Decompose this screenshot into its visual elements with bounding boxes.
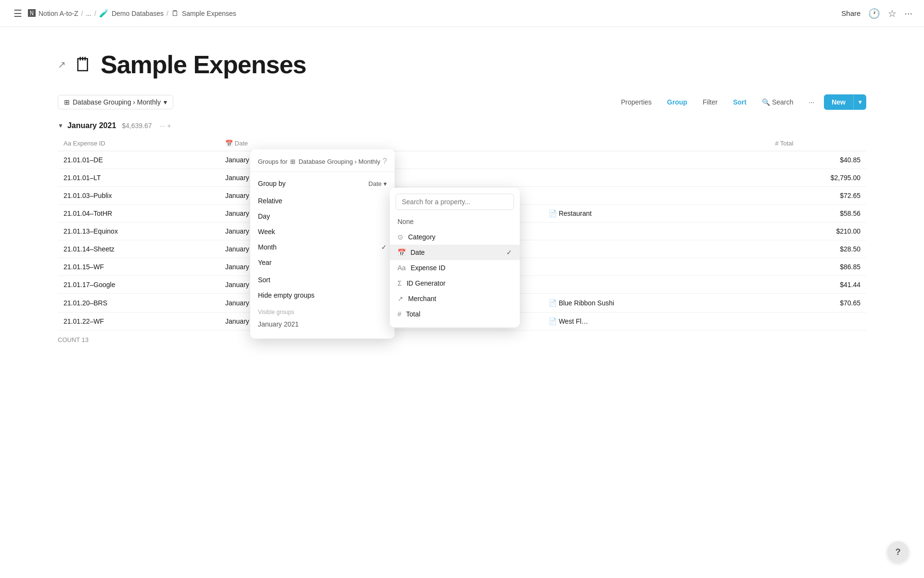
visible-group-jan2021[interactable]: January 2021 [250, 317, 395, 331]
demo-db-icon: 🧪 [99, 9, 109, 18]
page-icon: 🗒 [74, 54, 93, 76]
cell-total: $86.85 [769, 258, 866, 276]
sort-month-label: Month [258, 243, 277, 251]
sort-year[interactable]: Year [250, 255, 395, 270]
table-row[interactable]: 21.01.01–DE January 1, 2… $40.85 [58, 151, 866, 169]
filter-button[interactable]: Filter [697, 95, 723, 109]
prop-id-generator[interactable]: Σ ID Generator [390, 276, 520, 291]
prop-merchant[interactable]: ↗ Merchant [390, 291, 520, 306]
page-title-area: ↗ 🗒 Sample Expenses [58, 50, 866, 79]
prop-total-label: Total [406, 310, 421, 318]
hide-empty-label: Hide empty groups [258, 291, 315, 299]
prop-category[interactable]: ⊙ Category [390, 229, 520, 245]
chevron-down-icon: ▾ [164, 98, 167, 106]
cell-total: $72.65 [769, 187, 866, 205]
sort-row[interactable]: Sort [250, 272, 395, 288]
prop-none[interactable]: None [390, 214, 520, 229]
menu-icon[interactable]: ☰ [12, 6, 24, 21]
more-toolbar-icon[interactable]: ··· [803, 95, 821, 109]
prop-total[interactable]: # Total [390, 306, 520, 322]
total-icon: # [398, 310, 401, 318]
cell-expense-id: 21.01.20–BRS [58, 294, 219, 313]
help-bubble[interactable]: ? [887, 541, 909, 563]
merchant-value: 📄 West Fl… [549, 317, 588, 325]
sort-relative-label: Relative [258, 197, 282, 205]
sort-week-label: Week [258, 228, 275, 236]
table-icon: ⊞ [64, 98, 70, 106]
toolbar-right: Properties Group Filter Sort 🔍 Search ··… [615, 94, 866, 110]
prop-date[interactable]: 📅 Date ✓ [390, 245, 520, 260]
history-icon[interactable]: 🕐 [868, 8, 880, 19]
expense-id-icon: Aa [398, 264, 406, 272]
sort-options: Relative Day Week Month ✓ Year [250, 191, 395, 272]
cell-total: $2,795.00 [769, 169, 866, 187]
col-header-total: # Total [769, 136, 866, 151]
cell-expense-id: 21.01.04–TotHR [58, 205, 219, 223]
count-number: 13 [82, 336, 89, 343]
group-by-row[interactable]: Group by Date ▾ [250, 176, 395, 191]
breadcrumb-notion[interactable]: Notion A-to-Z [38, 10, 78, 17]
group-actions[interactable]: ··· + [160, 122, 171, 130]
table-row[interactable]: 21.01.01–LT January 1, 2… $2,795.00 [58, 169, 866, 187]
new-button[interactable]: New ▾ [824, 94, 866, 110]
hide-empty-row[interactable]: Hide empty groups [250, 288, 395, 303]
cell-expense-id: 21.01.13–Equinox [58, 223, 219, 240]
prop-expense-id-label: Expense ID [411, 264, 445, 272]
property-search-input[interactable] [396, 194, 514, 210]
sort-relative[interactable]: Relative [250, 193, 395, 209]
groups-panel: Groups for ⊞ Database Grouping › Monthly… [250, 149, 395, 339]
group-collapse-icon[interactable]: ▼ [58, 122, 64, 129]
cell-merchant [543, 240, 769, 258]
search-button[interactable]: 🔍 Search [756, 95, 799, 109]
cell-merchant [543, 169, 769, 187]
cell-total: $70.65 [769, 294, 866, 313]
breadcrumb-demo-db[interactable]: Demo Databases [112, 10, 164, 17]
group-by-date: Date [369, 180, 382, 187]
group-by-value[interactable]: Date ▾ [369, 180, 387, 187]
page-title: Sample Expenses [101, 50, 306, 79]
share-button[interactable]: Share [841, 9, 860, 17]
more-options-icon[interactable]: ··· [904, 8, 912, 19]
group-button[interactable]: Group [661, 95, 693, 109]
properties-button[interactable]: Properties [615, 95, 657, 109]
table-view-icon: ⊞ [290, 158, 295, 165]
cell-total: $28.50 [769, 240, 866, 258]
db-grouping-label: Database Grouping › Monthly [73, 98, 161, 106]
sort-month[interactable]: Month ✓ [250, 239, 395, 255]
navbar-right: Share 🕐 ☆ ··· [841, 8, 912, 19]
toolbar-left: ⊞ Database Grouping › Monthly ▾ [58, 95, 173, 109]
breadcrumb-ellipsis[interactable]: ... [86, 10, 91, 17]
sort-button[interactable]: Sort [727, 95, 752, 109]
id-generator-icon: Σ [398, 279, 402, 287]
prop-category-label: Category [408, 233, 436, 241]
visible-groups-label: Visible groups [250, 303, 395, 317]
cell-merchant: 📄 West Fl… [543, 313, 769, 330]
cell-merchant [543, 223, 769, 240]
sort-day[interactable]: Day [250, 209, 395, 224]
groups-panel-header: Groups for ⊞ Database Grouping › Monthly… [250, 157, 395, 172]
navbar-left: ☰ 🅽 Notion A-to-Z / ... / 🧪 Demo Databas… [12, 6, 236, 21]
cell-merchant [543, 187, 769, 205]
cell-category [381, 151, 543, 169]
notion-icon: 🅽 [28, 9, 36, 18]
breadcrumb: 🅽 Notion A-to-Z / ... / 🧪 Demo Databases… [28, 9, 236, 18]
new-button-arrow[interactable]: ▾ [853, 95, 866, 109]
prop-expense-id[interactable]: Aa Expense ID [390, 260, 520, 276]
breadcrumb-sample-expenses[interactable]: Sample Expenses [182, 10, 236, 17]
new-button-label[interactable]: New [824, 94, 853, 110]
date-icon: 📅 [398, 249, 406, 256]
cell-expense-id: 21.01.03–Publix [58, 187, 219, 205]
group-by-label: Group by [258, 180, 286, 187]
help-icon[interactable]: ? [383, 157, 387, 166]
navbar: ☰ 🅽 Notion A-to-Z / ... / 🧪 Demo Databas… [0, 0, 924, 27]
favorite-icon[interactable]: ☆ [888, 8, 897, 19]
footer-count: COUNT 13 [58, 330, 866, 349]
table-header-row: Aa Expense ID 📅 Date # Total [58, 136, 866, 151]
sort-week[interactable]: Week [250, 224, 395, 239]
cell-expense-id: 21.01.01–LT [58, 169, 219, 187]
col-header-category [381, 136, 543, 151]
prop-date-label: Date [411, 249, 425, 256]
external-link-icon[interactable]: ↗ [58, 59, 66, 70]
db-grouping-pill[interactable]: ⊞ Database Grouping › Monthly ▾ [58, 95, 173, 109]
cell-total: $58.56 [769, 205, 866, 223]
